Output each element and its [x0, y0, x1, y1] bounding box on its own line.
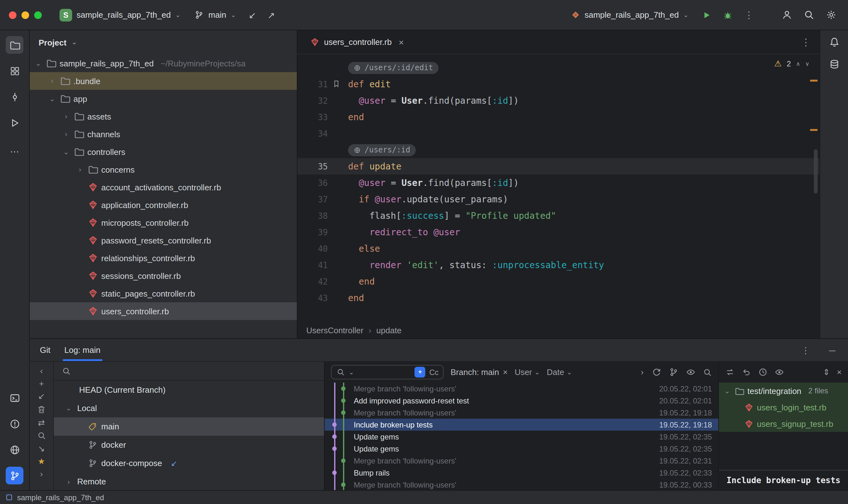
- branch-row-main[interactable]: main: [54, 417, 324, 436]
- minimize-window-button[interactable]: [21, 11, 29, 19]
- tree-item-assets[interactable]: ›assets: [30, 108, 297, 125]
- collapse-panel-icon[interactable]: ‹: [40, 367, 43, 375]
- project-panel-header[interactable]: Project ⌄: [30, 30, 297, 54]
- expand-panel-icon[interactable]: ›: [40, 470, 43, 478]
- project-widget[interactable]: S sample_rails_app_7th_ed ⌄: [56, 6, 185, 24]
- close-window-button[interactable]: [9, 11, 16, 19]
- code-line-36[interactable]: 36 @user = User.find(params[:id]): [297, 175, 819, 191]
- tree-item-.bundle[interactable]: ›.bundle: [30, 72, 297, 90]
- settings-icon[interactable]: [823, 10, 839, 20]
- tree-toggle-icon[interactable]: ⌄: [62, 148, 71, 156]
- panel-options-icon[interactable]: ⋮: [799, 345, 813, 355]
- tree-item-users_controller.rb[interactable]: users_controller.rb: [30, 302, 297, 320]
- code-line-33[interactable]: 33end: [297, 109, 819, 125]
- changed-file-row[interactable]: users_login_test.rb: [719, 399, 848, 415]
- route-inlay-chip[interactable]: /users/:id/edit: [348, 62, 439, 74]
- run-button[interactable]: [699, 10, 714, 20]
- changed-folder-row[interactable]: ⌄ test/integration 2 files: [719, 382, 848, 399]
- vcs-push-icon[interactable]: ↗: [265, 11, 277, 19]
- terminal-tool-icon[interactable]: [6, 389, 23, 407]
- prev-problem-icon[interactable]: ∧: [796, 60, 800, 67]
- commit-row[interactable]: Merge branch 'following-users'20.05.22, …: [325, 382, 718, 395]
- preview-diff-icon[interactable]: [775, 367, 784, 377]
- code-line-35[interactable]: 35def update: [297, 158, 819, 175]
- tree-toggle-icon[interactable]: ›: [62, 112, 71, 120]
- branch-head-row[interactable]: HEAD (Current Branch): [54, 381, 324, 399]
- code-line-39[interactable]: 39 redirect_to @user: [297, 224, 819, 240]
- breadcrumb-class[interactable]: UsersController: [306, 325, 364, 335]
- inlay-hint-row[interactable]: /users/:id/edit: [297, 59, 819, 76]
- commit-row[interactable]: Update gems19.05.22, 02:35: [325, 443, 718, 455]
- tree-item-concerns[interactable]: ›concerns: [30, 161, 297, 178]
- changed-file-row[interactable]: users_signup_test.rb: [719, 415, 848, 432]
- delete-branch-icon[interactable]: [37, 405, 46, 414]
- branch-filter[interactable]: Branch: main ×: [451, 367, 507, 377]
- search-icon[interactable]: [37, 431, 46, 440]
- code-line-43[interactable]: 43end: [297, 290, 819, 306]
- refresh-icon[interactable]: [652, 367, 661, 377]
- tree-item-channels[interactable]: ›channels: [30, 125, 297, 143]
- inlay-hint-row[interactable]: /users/:id: [297, 142, 819, 158]
- tree-toggle-icon[interactable]: ›: [64, 478, 73, 485]
- more-filters-icon[interactable]: ›: [641, 367, 644, 377]
- tree-item-relationships_controller.rb[interactable]: relationships_controller.rb: [30, 249, 297, 267]
- tree-item-sample_rails_app_7th_ed[interactable]: ⌄sample_rails_app_7th_ed~/RubymineProjec…: [30, 54, 297, 72]
- code-line-42[interactable]: 42 end: [297, 273, 819, 290]
- tree-toggle-icon[interactable]: ⌄: [34, 59, 43, 67]
- code-line-38[interactable]: 38 flash[:success] = "Profile updated": [297, 208, 819, 224]
- preview-icon[interactable]: [686, 367, 695, 377]
- structure-tool-icon[interactable]: [6, 62, 23, 80]
- commit-row[interactable]: Bump rails19.05.22, 02:33: [325, 467, 718, 479]
- branches-search-field[interactable]: [54, 362, 324, 381]
- favorites-icon[interactable]: ★: [38, 457, 45, 465]
- tree-item-password_resets_controller.rb[interactable]: password_resets_controller.rb: [30, 231, 297, 249]
- more-actions-icon[interactable]: ⋮: [742, 9, 756, 21]
- next-problem-icon[interactable]: ∨: [805, 60, 809, 67]
- services-tool-icon[interactable]: [6, 114, 23, 131]
- vcs-branch-widget[interactable]: main ⌄: [191, 7, 240, 22]
- commit-row[interactable]: Merge branch 'following-users'19.05.22, …: [325, 479, 718, 490]
- tree-toggle-icon[interactable]: ›: [75, 166, 85, 173]
- code-viewport[interactable]: /users/:id/edit31def edit32 @user = User…: [297, 54, 819, 322]
- regex-toggle[interactable]: *: [415, 367, 426, 378]
- inspection-widget[interactable]: ⚠ 2 ∧ ∨: [774, 59, 809, 68]
- commit-row[interactable]: Add improved password-reset test20.05.22…: [325, 395, 718, 407]
- hide-panel-icon[interactable]: ─: [827, 345, 838, 355]
- tree-toggle-icon[interactable]: ›: [48, 77, 57, 85]
- commit-row[interactable]: Merge branch 'following-users'19.05.22, …: [325, 407, 718, 419]
- tree-item-microposts_controller.rb[interactable]: microposts_controller.rb: [30, 214, 297, 231]
- search-everywhere-icon[interactable]: [801, 10, 817, 20]
- commit-row[interactable]: Update gems19.05.22, 02:35: [325, 431, 718, 443]
- tree-toggle-icon[interactable]: ⌄: [723, 387, 731, 395]
- match-case-toggle[interactable]: Cc: [429, 368, 440, 377]
- date-filter[interactable]: Date ⌄: [547, 367, 572, 377]
- more-tools-icon[interactable]: …: [6, 140, 23, 158]
- code-line-32[interactable]: 32 @user = User.find(params[:id]): [297, 92, 819, 109]
- tree-item-app[interactable]: ⌄app: [30, 90, 297, 108]
- history-icon[interactable]: [758, 367, 768, 377]
- push-icon[interactable]: ↘: [38, 445, 45, 453]
- tree-item-controllers[interactable]: ⌄controllers: [30, 143, 297, 161]
- code-line-41[interactable]: 41 render 'edit', status: :unprocessable…: [297, 257, 819, 273]
- vcs-update-icon[interactable]: ↙: [246, 11, 259, 19]
- tree-toggle-icon[interactable]: ⌄: [64, 404, 73, 412]
- account-icon[interactable]: [779, 10, 795, 20]
- branch-row-docker[interactable]: docker: [54, 436, 324, 454]
- editor-scrollbar[interactable]: [814, 149, 818, 194]
- git-log-tab[interactable]: Log: main: [64, 345, 100, 355]
- code-line-31[interactable]: 31def edit: [297, 76, 819, 92]
- pull-icon[interactable]: ↙: [38, 392, 45, 400]
- commit-row[interactable]: Include broken-up tests19.05.22, 19:18: [325, 419, 718, 431]
- branch-row-docker-compose[interactable]: docker-compose ↙: [54, 454, 324, 472]
- git-tool-icon[interactable]: [6, 467, 23, 484]
- new-branch-icon[interactable]: +: [39, 379, 44, 388]
- tree-item-sessions_controller.rb[interactable]: sessions_controller.rb: [30, 267, 297, 285]
- branch-group-local[interactable]: ⌄ Local: [54, 399, 324, 417]
- code-line-40[interactable]: 40 else: [297, 240, 819, 257]
- commit-row[interactable]: Merge branch 'following-users'19.05.22, …: [325, 455, 718, 467]
- problems-tool-icon[interactable]: [6, 415, 23, 433]
- compare-branches-icon[interactable]: [669, 367, 678, 377]
- fetch-icon[interactable]: ⇄: [38, 419, 45, 427]
- rollback-icon[interactable]: [742, 367, 751, 377]
- git-panel-title[interactable]: Git: [40, 345, 50, 355]
